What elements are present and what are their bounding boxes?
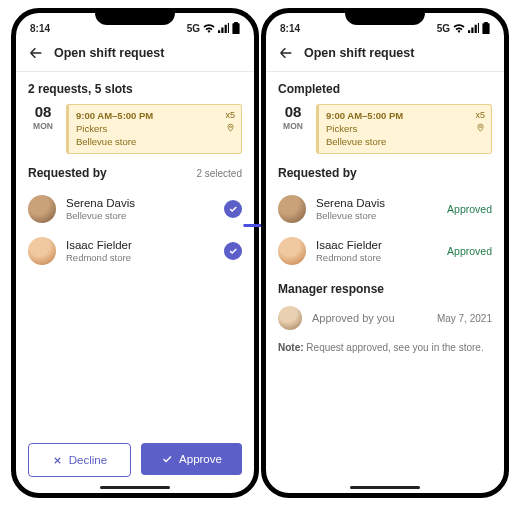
status-time: 8:14 (280, 23, 300, 34)
approve-label: Approve (179, 453, 222, 465)
person-store: Redmond store (66, 252, 214, 263)
shift-role: Pickers (326, 123, 484, 136)
date-day: 08 (278, 104, 308, 119)
status-network: 5G (187, 23, 200, 34)
shift-location: Bellevue store (76, 136, 234, 149)
summary-text: 2 requests, 5 slots (28, 72, 242, 104)
shift-multiplier: x5 (475, 109, 485, 121)
shift-time: 9:00 AM–5:00 PM (326, 110, 484, 123)
phone-before: 8:14 5G Open shift request 2 requests, 5… (11, 8, 259, 498)
person-row[interactable]: Isaac Fielder Redmond store (28, 230, 242, 272)
manager-response-heading: Manager response (278, 282, 492, 296)
svg-point-0 (230, 126, 232, 128)
approve-button[interactable]: Approve (141, 443, 242, 475)
manager-response-row: Approved by you May 7, 2021 (278, 302, 492, 334)
signal-icon (468, 23, 479, 33)
person-store: Redmond store (316, 252, 437, 263)
manager-note: Note: Request approved, see you in the s… (278, 342, 492, 353)
selection-check[interactable] (224, 200, 242, 218)
person-row[interactable]: Isaac Fielder Redmond store Approved (278, 230, 492, 272)
person-name: Serena Davis (316, 197, 437, 209)
date-dow: MON (28, 121, 58, 131)
shift-card[interactable]: 9:00 AM–5:00 PM Pickers Bellevue store x… (316, 104, 492, 154)
status-network: 5G (437, 23, 450, 34)
date-dow: MON (278, 121, 308, 131)
check-icon (228, 204, 238, 214)
shift-multiplier: x5 (225, 109, 235, 121)
svg-point-1 (480, 126, 482, 128)
requested-by-header: Requested by (278, 166, 492, 180)
summary-text: Completed (278, 72, 492, 104)
person-store: Bellevue store (66, 210, 214, 221)
person-store: Bellevue store (316, 210, 437, 221)
shift-row: 08 MON 9:00 AM–5:00 PM Pickers Bellevue … (28, 104, 242, 154)
status-time: 8:14 (30, 23, 50, 34)
x-icon (52, 455, 63, 466)
approval-status: Approved (447, 203, 492, 215)
phone-notch (345, 13, 425, 25)
home-indicator (350, 486, 420, 489)
status-icons: 5G (187, 22, 240, 34)
note-text: Request approved, see you in the store. (306, 342, 483, 353)
shift-row: 08 MON 9:00 AM–5:00 PM Pickers Bellevue … (278, 104, 492, 154)
battery-icon (482, 22, 490, 34)
date-column: 08 MON (28, 104, 58, 154)
manager-status: Approved by you (312, 312, 427, 324)
manager-date: May 7, 2021 (437, 313, 492, 324)
shift-card[interactable]: 9:00 AM–5:00 PM Pickers Bellevue store x… (66, 104, 242, 154)
page-title: Open shift request (54, 46, 164, 60)
status-icons: 5G (437, 22, 490, 34)
page-title: Open shift request (304, 46, 414, 60)
phone-after: 8:14 5G Open shift request Completed 08 … (261, 8, 509, 498)
requested-by-heading: Requested by (28, 166, 107, 180)
manager-avatar (278, 306, 302, 330)
shift-location: Bellevue store (326, 136, 484, 149)
wifi-icon (453, 23, 465, 33)
location-pin-icon (476, 123, 485, 132)
person-name: Isaac Fielder (66, 239, 214, 251)
battery-icon (232, 22, 240, 34)
avatar (278, 237, 306, 265)
avatar (278, 195, 306, 223)
location-pin-icon (226, 123, 235, 132)
page-header: Open shift request (16, 39, 254, 72)
date-day: 08 (28, 104, 58, 119)
wifi-icon (203, 23, 215, 33)
person-name: Isaac Fielder (316, 239, 437, 251)
back-icon[interactable] (28, 45, 44, 61)
requested-by-header: Requested by 2 selected (28, 166, 242, 180)
check-icon (161, 453, 173, 465)
signal-icon (218, 23, 229, 33)
person-name: Serena Davis (66, 197, 214, 209)
decline-label: Decline (69, 454, 107, 466)
avatar (28, 195, 56, 223)
back-icon[interactable] (278, 45, 294, 61)
avatar (28, 237, 56, 265)
selected-count: 2 selected (196, 168, 242, 179)
phone-notch (95, 13, 175, 25)
check-icon (228, 246, 238, 256)
page-header: Open shift request (266, 39, 504, 72)
note-label: Note: (278, 342, 304, 353)
shift-time: 9:00 AM–5:00 PM (76, 110, 234, 123)
decline-button[interactable]: Decline (28, 443, 131, 477)
requested-by-heading: Requested by (278, 166, 357, 180)
shift-role: Pickers (76, 123, 234, 136)
person-row[interactable]: Serena Davis Bellevue store (28, 188, 242, 230)
approval-status: Approved (447, 245, 492, 257)
action-bar: Decline Approve (28, 443, 242, 477)
selection-check[interactable] (224, 242, 242, 260)
person-row[interactable]: Serena Davis Bellevue store Approved (278, 188, 492, 230)
date-column: 08 MON (278, 104, 308, 154)
home-indicator (100, 486, 170, 489)
